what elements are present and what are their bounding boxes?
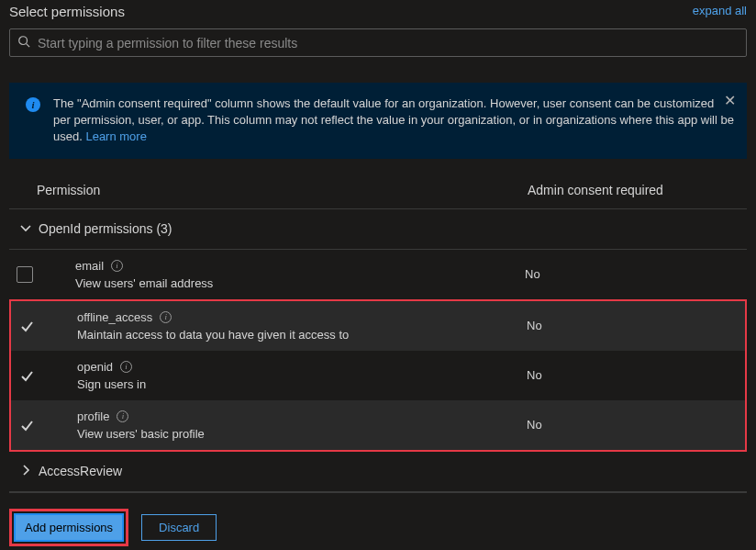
perm-name: offline_access [77,310,152,324]
admin-consent-value: No [527,319,542,332]
permission-row-profile: profile i View users' basic profile No [11,400,745,450]
admin-consent-value: No [527,368,542,382]
admin-consent-value: No [527,418,542,432]
discard-button[interactable]: Discard [141,514,217,541]
perm-name: openid [77,360,113,374]
group-accessreview[interactable]: AccessReview [9,452,747,492]
info-icon[interactable]: i [111,260,123,272]
highlight-annotation: Add permissions [9,509,128,546]
group-label: OpenId permissions (3) [39,221,172,236]
perm-desc: Maintain access to data you have given i… [77,328,527,342]
checkbox-openid[interactable] [18,367,35,384]
checkbox-email[interactable] [17,266,33,283]
perm-desc: View users' basic profile [77,427,527,441]
expand-all-link[interactable]: expand all [693,4,747,17]
search-icon [17,35,30,51]
perm-desc: Sign users in [77,377,527,391]
admin-consent-value: No [525,267,540,281]
chevron-down-icon [18,220,33,238]
search-input[interactable] [38,36,739,51]
page-title: Select permissions [9,4,125,19]
perm-name: profile [77,410,109,423]
footer-actions: Add permissions Discard [9,509,217,546]
info-icon[interactable]: i [160,311,172,323]
svg-point-0 [19,37,28,45]
perm-name: email [75,259,104,273]
group-label: AccessReview [39,464,122,478]
group-openid[interactable]: OpenId permissions (3) [9,209,747,250]
checkbox-offline-access[interactable] [18,318,35,334]
col-admin-consent: Admin consent required [528,183,747,197]
highlight-annotation: offline_access i Maintain access to data… [9,299,747,452]
info-banner: i The "Admin consent required" column sh… [9,83,747,159]
info-text: The "Admin consent required" column show… [53,95,734,146]
chevron-right-icon [18,463,33,480]
permission-row-email: email i View users' email address No [9,250,747,299]
checkbox-profile[interactable] [18,417,35,433]
info-icon[interactable]: i [120,361,132,373]
info-icon: i [26,97,40,112]
permission-row-openid: openid i Sign users in No [11,351,745,400]
table-header: Permission Admin consent required [9,172,747,209]
close-icon[interactable]: ✕ [724,92,736,109]
col-permission: Permission [37,183,528,197]
permission-row-offline-access: offline_access i Maintain access to data… [11,301,745,351]
add-permissions-button[interactable]: Add permissions [14,513,124,542]
svg-line-1 [27,44,30,48]
info-icon[interactable]: i [117,410,128,422]
learn-more-link[interactable]: Learn more [85,129,146,143]
search-container [9,28,747,57]
perm-desc: View users' email address [75,276,525,290]
